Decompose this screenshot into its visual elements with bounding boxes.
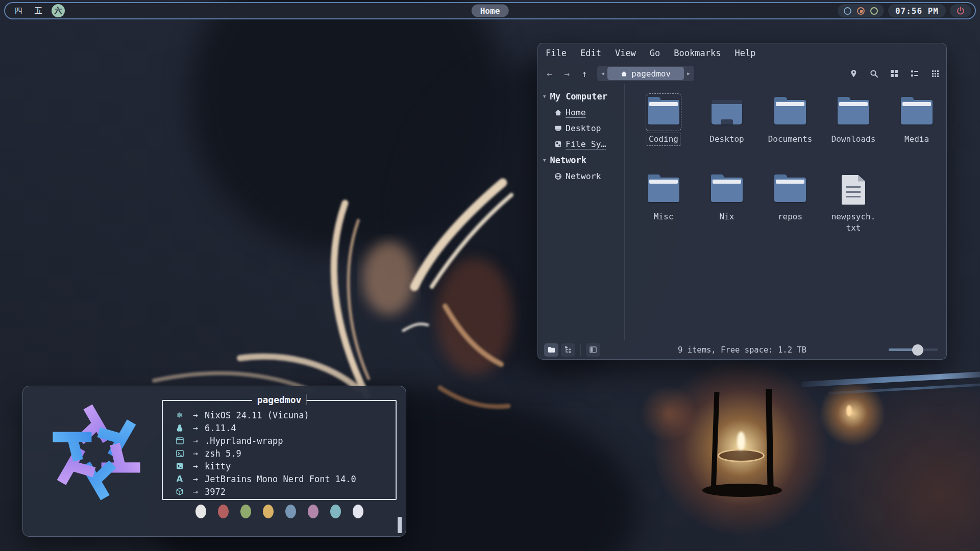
path-segment-home[interactable]: pagedmov bbox=[607, 67, 684, 80]
workspace-switcher: 四 五 六 bbox=[12, 4, 65, 17]
fetch-value: kitty bbox=[205, 461, 231, 471]
folder-icon bbox=[901, 100, 933, 124]
folder-icon bbox=[838, 100, 869, 124]
terminal-color-palette bbox=[162, 505, 397, 518]
sidebar-section-network[interactable]: ▼ Network bbox=[538, 152, 624, 168]
filesystem-drive-icon bbox=[554, 140, 562, 148]
menu-view[interactable]: View bbox=[615, 48, 636, 58]
workspace-4[interactable]: 四 bbox=[12, 4, 25, 17]
circle-blue-icon[interactable] bbox=[844, 7, 851, 15]
zoom-slider-knob[interactable] bbox=[912, 344, 923, 356]
sidebar-item-home[interactable]: Home bbox=[538, 105, 624, 120]
arrow-icon: → bbox=[186, 423, 205, 433]
fetch-info-box: pagedmov ❄ → NixOS 24.11 (Vicuna) → 6.11… bbox=[162, 400, 397, 500]
directory-tree-button[interactable] bbox=[561, 343, 575, 357]
palette-dot bbox=[308, 505, 318, 518]
path-scroll-right-icon[interactable]: ▶ bbox=[684, 71, 693, 76]
file-item-repos[interactable]: repos bbox=[761, 168, 820, 245]
fetch-row-font: A → JetBrains Mono Nerd Font 14.0 bbox=[173, 472, 396, 485]
desktop: 四 五 六 Home 07:56 PM F bbox=[0, 0, 980, 551]
fetch-value: zsh 5.9 bbox=[205, 448, 241, 459]
toolbar-view-controls bbox=[848, 68, 940, 79]
clock[interactable]: 07:56 PM bbox=[888, 4, 946, 17]
places-pane-button[interactable] bbox=[544, 343, 558, 357]
menu-go[interactable]: Go bbox=[650, 48, 660, 58]
forward-button[interactable]: → bbox=[558, 68, 576, 79]
chevron-down-icon[interactable]: ▼ bbox=[543, 94, 546, 99]
side-pane-toggle-icon bbox=[590, 346, 597, 353]
fetch-row-kernel: → 6.11.4 bbox=[173, 421, 396, 434]
font-icon: A bbox=[173, 474, 186, 484]
file-item-downloads[interactable]: Downloads bbox=[824, 90, 883, 168]
arrow-icon: → bbox=[186, 436, 205, 445]
file-label: Misc bbox=[654, 211, 674, 222]
folder-icon bbox=[648, 178, 679, 202]
folder-icon bbox=[774, 178, 806, 202]
menu-file[interactable]: File bbox=[546, 48, 567, 58]
arrow-icon: → bbox=[186, 448, 205, 458]
sidebar-item-label: Home bbox=[566, 108, 586, 117]
list-view-icon[interactable] bbox=[910, 68, 920, 79]
file-manager-window: File Edit View Go Bookmarks Help ← → ↑ ◀… bbox=[537, 43, 947, 360]
circle-orange-record-icon[interactable] bbox=[857, 7, 865, 15]
palette-dot bbox=[285, 505, 296, 518]
toolbar: ← → ↑ ◀ pagedmov ▶ bbox=[538, 63, 946, 84]
fetch-value: JetBrains Mono Nerd Font 14.0 bbox=[205, 474, 356, 484]
file-item-documents[interactable]: Documents bbox=[761, 90, 820, 168]
shell-icon bbox=[173, 450, 186, 457]
side-pane-toggle-button[interactable] bbox=[586, 343, 600, 357]
nix-flake-icon: ❄ bbox=[173, 411, 186, 420]
palette-dot bbox=[353, 505, 363, 518]
statusbar: 9 items, Free space: 1.2 TB bbox=[538, 340, 946, 359]
file-item-nix[interactable]: Nix bbox=[697, 168, 756, 245]
up-button[interactable]: ↑ bbox=[576, 68, 593, 79]
back-button[interactable]: ← bbox=[541, 68, 558, 79]
sidebar-item-desktop[interactable]: Desktop bbox=[538, 120, 624, 136]
palette-dot bbox=[330, 505, 341, 518]
circle-green-icon[interactable] bbox=[870, 7, 878, 15]
file-item-newpsych-txt[interactable]: newpsych.txt bbox=[824, 168, 883, 245]
desktop-icon bbox=[554, 124, 562, 132]
file-grid: Coding Desktop Documents Downloads Media bbox=[625, 84, 946, 340]
file-item-media[interactable]: Media bbox=[887, 90, 946, 168]
terminal-window[interactable]: pagedmov ❄ → NixOS 24.11 (Vicuna) → 6.11… bbox=[22, 386, 406, 537]
fetch-value: 6.11.4 bbox=[205, 423, 236, 433]
active-window-title: Home bbox=[472, 5, 509, 17]
fetch-value: 3972 bbox=[205, 487, 226, 497]
sidebar-item-label: File Sy… bbox=[566, 139, 606, 149]
menu-help[interactable]: Help bbox=[734, 48, 755, 58]
sidebar-item-filesystem[interactable]: File Sy… bbox=[538, 136, 624, 152]
file-item-misc[interactable]: Misc bbox=[634, 168, 693, 245]
folder-icon bbox=[774, 100, 806, 124]
fetch-value: .Hyprland-wrapp bbox=[205, 436, 283, 446]
path-scroll-left-icon[interactable]: ◀ bbox=[598, 71, 607, 76]
arrow-icon: → bbox=[186, 487, 205, 496]
file-item-desktop[interactable]: Desktop bbox=[697, 90, 756, 168]
arrow-icon: → bbox=[186, 461, 205, 471]
file-item-coding[interactable]: Coding bbox=[634, 90, 693, 168]
power-button[interactable] bbox=[950, 4, 971, 17]
menu-bookmarks[interactable]: Bookmarks bbox=[674, 48, 721, 58]
arrow-icon: → bbox=[186, 410, 205, 420]
home-icon bbox=[554, 109, 562, 116]
location-pin-icon[interactable] bbox=[848, 68, 859, 79]
icon-view-icon[interactable] bbox=[889, 68, 899, 79]
file-label: Media bbox=[904, 134, 929, 145]
menubar: File Edit View Go Bookmarks Help bbox=[538, 43, 946, 63]
nixos-logo bbox=[42, 397, 151, 507]
chevron-down-icon[interactable]: ▼ bbox=[543, 158, 546, 163]
search-icon[interactable] bbox=[869, 68, 879, 79]
file-label: newpsych.txt bbox=[829, 211, 877, 233]
compact-view-icon[interactable] bbox=[930, 68, 940, 79]
menu-edit[interactable]: Edit bbox=[580, 48, 601, 58]
package-icon bbox=[173, 488, 186, 495]
zoom-slider[interactable] bbox=[889, 348, 938, 351]
fetch-row-shell: → zsh 5.9 bbox=[173, 447, 396, 460]
sidebar-section-my-computer[interactable]: ▼ My Computer bbox=[538, 88, 624, 105]
workspace-5[interactable]: 五 bbox=[32, 4, 45, 17]
file-label: Downloads bbox=[831, 134, 876, 145]
sidebar-item-network[interactable]: Network bbox=[538, 168, 624, 184]
tray-indicators[interactable] bbox=[838, 4, 884, 17]
workspace-6-active[interactable]: 六 bbox=[52, 4, 65, 17]
status-bar: 四 五 六 Home 07:56 PM bbox=[4, 2, 976, 19]
